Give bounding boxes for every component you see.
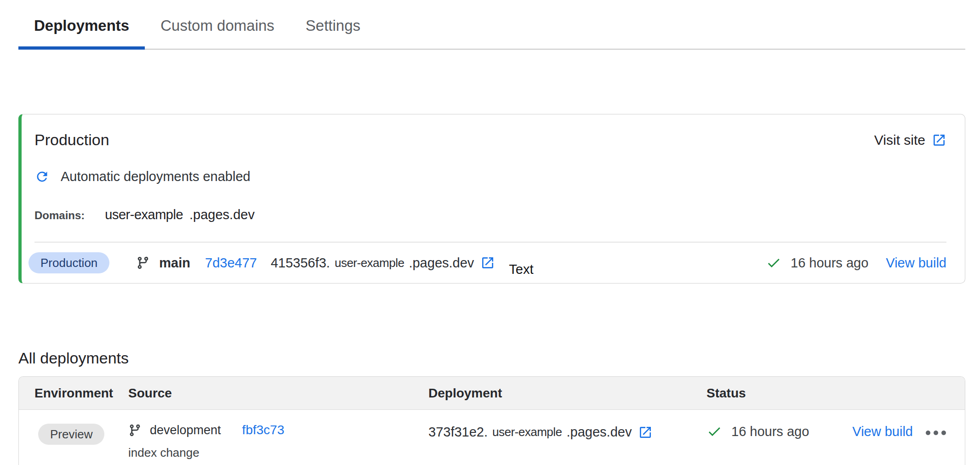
refresh-icon [34, 169, 50, 184]
visit-site-link[interactable]: Visit site [874, 132, 946, 148]
view-build-link[interactable]: View build [886, 255, 946, 271]
production-card-header: Production Visit site Automatic deployme… [22, 114, 965, 243]
tab-deployments[interactable]: Deployments [18, 0, 145, 49]
deployment-url-prefix: 373f31e2. [428, 425, 488, 440]
all-deployments-heading: All deployments [18, 349, 980, 367]
column-header-deployment: Deployment [428, 386, 707, 401]
production-card: Production Visit site Automatic deployme… [18, 114, 965, 284]
column-header-environment: Environment [34, 386, 128, 401]
deployments-table: Environment Source Deployment Status Pre… [18, 376, 965, 465]
environment-badge-production: Production [28, 252, 109, 273]
branch-name: main [159, 255, 190, 271]
branch-name: development [150, 423, 221, 437]
domain-site-name: user-example [105, 207, 183, 222]
column-header-source: Source [128, 386, 428, 401]
git-branch-icon [128, 424, 142, 437]
tab-bar: Deployments Custom domains Settings [18, 0, 965, 50]
deployment-url: 373f31e2. user-example .pages.dev [428, 425, 653, 440]
domains-label: Domains: [34, 209, 85, 222]
commit-message: index change [128, 446, 428, 460]
ellipsis-menu-icon [925, 430, 946, 436]
check-success-icon [766, 255, 781, 271]
deployment-time: 16 hours ago [791, 255, 868, 271]
commit-link[interactable]: 7d3e477 [205, 255, 257, 271]
auto-deployments-text: Automatic deployments enabled [61, 169, 251, 184]
external-link-icon [932, 133, 946, 147]
table-row: Preview development fbf3c73 index change… [19, 410, 965, 465]
view-build-link[interactable]: View build [852, 424, 913, 439]
domain-suffix: .pages.dev [189, 207, 255, 222]
production-deployment-row: Production main 7d3e477 415356f3. user-e… [22, 243, 965, 283]
deployment-url: 415356f3. user-example .pages.dev [271, 255, 495, 271]
tab-custom-domains[interactable]: Custom domains [145, 0, 290, 49]
annotation-text: Text [509, 262, 533, 277]
external-link-icon[interactable] [480, 255, 495, 270]
column-header-status: Status [707, 386, 965, 401]
git-branch-icon [136, 256, 150, 270]
deployment-url-site: user-example [335, 256, 405, 270]
visit-site-label: Visit site [874, 132, 925, 148]
deployment-url-site: user-example [492, 425, 562, 439]
table-header-row: Environment Source Deployment Status [19, 377, 965, 410]
external-link-icon[interactable] [638, 425, 653, 440]
production-title: Production [34, 131, 109, 149]
commit-link[interactable]: fbf3c73 [242, 423, 285, 437]
deployment-url-suffix: .pages.dev [567, 425, 632, 440]
deployment-url-suffix: .pages.dev [409, 255, 474, 271]
row-menu-button[interactable] [925, 424, 946, 442]
environment-badge-preview: Preview [38, 424, 104, 445]
check-success-icon [707, 424, 722, 439]
tab-settings[interactable]: Settings [290, 0, 376, 49]
deployment-time: 16 hours ago [731, 424, 809, 439]
deployment-url-prefix: 415356f3. [271, 255, 330, 271]
